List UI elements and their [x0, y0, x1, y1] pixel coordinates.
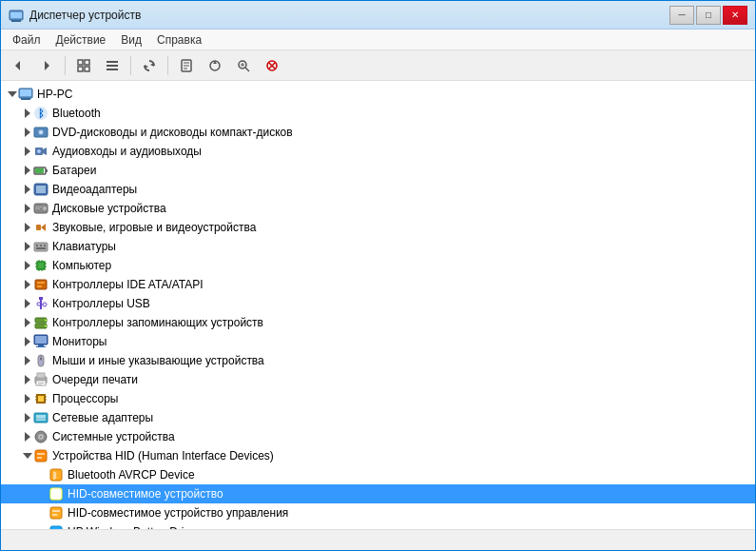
tree-item-sound[interactable]: Звуковые, игровые и видеоустройства: [1, 218, 755, 237]
label-hdd: Дисковые устройства: [52, 202, 166, 215]
tree-item-hid-device[interactable]: HID-совместимое устройство: [1, 484, 755, 503]
expander-audio[interactable]: [18, 142, 33, 161]
tree-item-print-queue[interactable]: Очереди печати: [1, 370, 755, 389]
tree-item-hdd[interactable]: Дисковые устройства: [1, 199, 755, 218]
expander-hp-pc[interactable]: [3, 85, 18, 104]
tree-item-bluetooth[interactable]: ᛒ Bluetooth: [1, 104, 755, 123]
tree-item-computer[interactable]: Компьютер: [1, 256, 755, 275]
tree-item-hid-control[interactable]: HID-совместимое устройство управления: [1, 503, 755, 522]
expander-keyboard[interactable]: [18, 237, 33, 256]
menu-file[interactable]: Файл: [5, 30, 48, 49]
tree-item-dvd[interactable]: DVD-дисководы и дисководы компакт-дисков: [1, 123, 755, 142]
bt-avrcp-icon: ᛒ: [48, 467, 64, 482]
label-ide: Контроллеры IDE ATA/ATAPI: [52, 278, 204, 291]
label-hid-control: HID-совместимое устройство управления: [68, 506, 288, 520]
label-keyboard: Клавиатуры: [52, 240, 116, 253]
props-button[interactable]: [173, 53, 200, 78]
hid-device-icon: [48, 486, 64, 502]
monitor-icon: [33, 334, 48, 349]
svg-marker-13: [145, 65, 148, 69]
expander-mouse[interactable]: [18, 351, 33, 370]
svg-text:ᛒ: ᛒ: [38, 108, 45, 119]
svg-rect-6: [85, 60, 89, 65]
cpu-icon: [33, 391, 48, 406]
expander-ide[interactable]: [18, 275, 33, 294]
menu-bar: Файл Действие Вид Справка: [1, 30, 755, 50]
tree-item-battery[interactable]: Батареи: [1, 161, 755, 180]
expander-bluetooth[interactable]: [18, 104, 33, 123]
menu-help[interactable]: Справка: [149, 30, 209, 49]
scan-button[interactable]: [230, 53, 257, 78]
expander-print-queue[interactable]: [18, 370, 33, 389]
menu-view[interactable]: Вид: [113, 30, 149, 49]
expander-cpu[interactable]: [18, 389, 33, 408]
svg-rect-49: [34, 243, 48, 251]
svg-rect-51: [40, 245, 42, 246]
bluetooth-icon: ᛒ: [33, 106, 48, 121]
expander-network[interactable]: [18, 408, 33, 427]
back-button[interactable]: [5, 53, 31, 78]
tree-item-system[interactable]: Системные устройства: [1, 427, 755, 446]
window-title: Диспетчер устройств: [29, 9, 141, 22]
maximize-button[interactable]: □: [696, 6, 721, 25]
view-button-2[interactable]: [99, 53, 126, 78]
tree-item-video[interactable]: Видеоадаптеры: [1, 180, 755, 199]
view-button-1[interactable]: [70, 53, 97, 78]
update-button[interactable]: [202, 53, 228, 78]
svg-rect-50: [36, 245, 38, 246]
tree-item-hp-wireless[interactable]: HP Wireless Button Driver: [1, 522, 755, 529]
dvd-icon: [33, 125, 48, 140]
expander-hdd[interactable]: [18, 199, 33, 218]
svg-marker-4: [45, 61, 49, 70]
expander-hid[interactable]: [18, 446, 33, 465]
tree-item-usb[interactable]: Контроллеры USB: [1, 294, 755, 313]
svg-line-21: [245, 68, 249, 71]
svg-rect-100: [37, 453, 45, 455]
refresh-button[interactable]: [136, 53, 163, 78]
tree-item-ide[interactable]: Контроллеры IDE ATA/ATAPI: [1, 275, 755, 294]
expander-usb[interactable]: [18, 294, 33, 313]
svg-rect-47: [36, 225, 41, 230]
tree-item-bt-avrcp[interactable]: ᛒ Bluetooth AVRCP Device: [1, 465, 755, 484]
title-buttons: ─ □ ✕: [669, 6, 747, 25]
close-button[interactable]: ✕: [723, 6, 747, 25]
title-bar: Диспетчер устройств ─ □ ✕: [1, 1, 755, 30]
tree-item-audio[interactable]: Аудиовходы и аудиовыходы: [1, 142, 755, 161]
battery-icon: [33, 163, 48, 178]
expander-computer[interactable]: [18, 256, 33, 275]
tree-item-storage[interactable]: Контроллеры запоминающих устройств: [1, 313, 755, 332]
svg-rect-53: [36, 247, 46, 249]
expander-monitor[interactable]: [18, 332, 33, 351]
window-icon: [9, 8, 24, 23]
separator-2: [130, 56, 131, 75]
remove-button[interactable]: [259, 53, 285, 78]
tree-item-hid[interactable]: Устройства HID (Human Interface Devices): [1, 446, 755, 465]
tree-item-network[interactable]: Сетевые адаптеры: [1, 408, 755, 427]
expander-battery[interactable]: [18, 161, 33, 180]
audio-icon: [33, 144, 48, 159]
expander-storage[interactable]: [18, 313, 33, 332]
tree-pane[interactable]: HP-PC ᛒ Bluetooth: [1, 81, 755, 529]
tree-item-monitor[interactable]: Мониторы: [1, 332, 755, 351]
label-storage: Контроллеры запоминающих устройств: [52, 316, 263, 329]
tree-item-mouse[interactable]: Мыши и иные указывающие устройства: [1, 351, 755, 370]
minimize-button[interactable]: ─: [669, 6, 694, 25]
svg-rect-10: [107, 65, 118, 67]
label-cpu: Процессоры: [52, 392, 119, 405]
svg-marker-3: [15, 61, 20, 70]
expander-system[interactable]: [18, 427, 33, 446]
svg-rect-11: [107, 69, 118, 70]
svg-rect-109: [52, 514, 57, 516]
expander-video[interactable]: [18, 180, 33, 199]
expander-sound[interactable]: [18, 218, 33, 237]
svg-point-98: [40, 436, 42, 438]
forward-button[interactable]: [33, 53, 60, 78]
tree-item-cpu[interactable]: Процессоры: [1, 389, 755, 408]
tree-item-hp-pc[interactable]: HP-PC: [1, 85, 755, 104]
label-system: Системные устройства: [52, 430, 175, 443]
tree-item-keyboard[interactable]: Клавиатуры: [1, 237, 755, 256]
menu-action[interactable]: Действие: [48, 30, 114, 49]
label-sound: Звуковые, игровые и видеоустройства: [52, 221, 256, 234]
expander-dvd[interactable]: [18, 123, 33, 142]
hid-icon: [33, 448, 48, 463]
